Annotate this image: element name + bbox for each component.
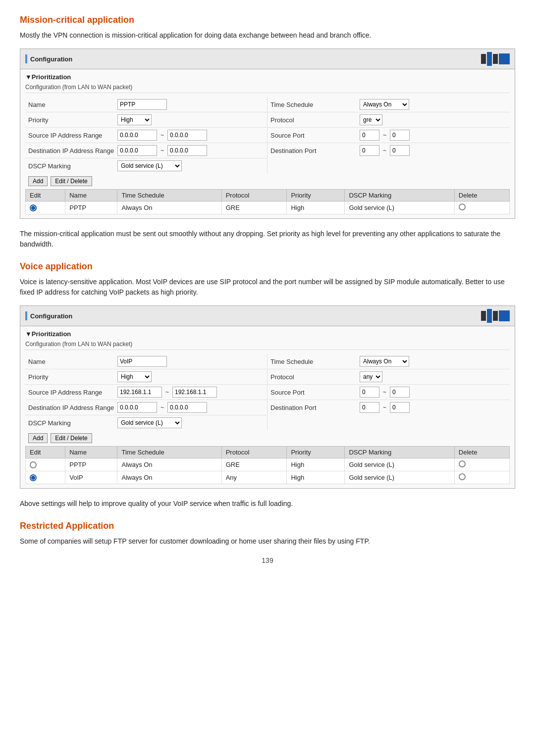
add-button-2[interactable]: Add xyxy=(28,433,48,443)
value-dst-ip-1: ~ xyxy=(117,145,207,156)
select-schedule-2[interactable]: Always On xyxy=(360,356,409,367)
value-protocol-2: anygre xyxy=(360,371,382,382)
form-row-dst-ip-1: Destination IP Address Range ~ xyxy=(25,143,268,158)
mission-critical-config: Configuration ▼Prioritization Configurat… xyxy=(20,49,515,219)
range-sep-6: ~ xyxy=(160,404,164,411)
th-priority-2: Priority xyxy=(287,447,345,458)
input-name-2[interactable] xyxy=(117,356,167,367)
form-row-src-port-2: Source Port ~ xyxy=(268,385,510,400)
input-dst-ip-start-1[interactable] xyxy=(117,145,157,156)
prioritization-label-1: ▼Prioritization xyxy=(25,73,510,81)
mission-critical-desc2: The mission-critical application must be… xyxy=(20,229,515,250)
td-name-voip: VoIP xyxy=(65,471,117,484)
form-row-dscp-1: DSCP Marking Gold service (L) xyxy=(25,158,268,173)
input-src-ip-end-1[interactable] xyxy=(167,130,207,141)
th-delete-2: Delete xyxy=(454,447,509,458)
label-dst-ip-2: Destination IP Address Range xyxy=(28,404,117,411)
input-src-ip-start-2[interactable] xyxy=(117,387,162,398)
logo-bar-6 xyxy=(493,311,498,321)
radio-pptp[interactable] xyxy=(30,461,37,468)
input-src-port-end-2[interactable] xyxy=(390,387,410,398)
range-sep-1: ~ xyxy=(160,132,164,139)
label-dst-ip-1: Destination IP Address Range xyxy=(28,147,117,154)
td-edit-1 xyxy=(26,202,65,214)
input-name-1[interactable] xyxy=(117,99,167,110)
config-header-bar-2 xyxy=(25,311,27,320)
form-grid-2: Name Priority HighMediumLow Source IP Ad… xyxy=(25,354,510,430)
range-sep-4: ~ xyxy=(383,147,386,154)
label-src-port-2: Source Port xyxy=(270,389,360,396)
range-sep-8: ~ xyxy=(383,404,386,411)
value-src-port-1: ~ xyxy=(360,130,410,141)
select-protocol-2[interactable]: anygre xyxy=(360,371,382,382)
input-dst-port-start-1[interactable] xyxy=(360,145,379,156)
table-1: Edit Name Time Schedule Protocol Priorit… xyxy=(25,189,510,214)
select-protocol-1[interactable]: greany xyxy=(360,114,382,125)
th-schedule-2: Time Schedule xyxy=(117,447,221,458)
value-src-port-2: ~ xyxy=(360,387,410,398)
input-dst-ip-end-2[interactable] xyxy=(167,402,207,413)
voice-config: Configuration ▼Prioritization Configurat… xyxy=(20,305,515,489)
value-priority-1: HighMediumLow xyxy=(117,114,152,125)
left-col-1: Name Priority HighMediumLow Source IP Ad… xyxy=(25,97,268,173)
td-edit-voip xyxy=(26,471,65,484)
input-src-ip-end-2[interactable] xyxy=(172,387,217,398)
value-dscp-1: Gold service (L) xyxy=(117,160,182,171)
radio-selected-1[interactable] xyxy=(30,204,37,211)
logo-square-2 xyxy=(499,310,510,321)
voice-desc1: Voice is latency-sensitive application. … xyxy=(20,277,515,298)
select-priority-2[interactable]: HighMediumLow xyxy=(117,371,152,382)
edit-delete-button-1[interactable]: Edit / Delete xyxy=(51,176,92,186)
form-row-dst-port-1: Destination Port ~ xyxy=(268,143,510,158)
config-header-left-1: Configuration xyxy=(25,54,72,63)
range-sep-5: ~ xyxy=(165,389,169,396)
form-row-dst-port-2: Destination Port ~ xyxy=(268,400,510,415)
input-dst-port-start-2[interactable] xyxy=(360,402,379,413)
config-header-left-2: Configuration xyxy=(25,311,72,320)
restricted-desc1: Some of companies will setup FTP server … xyxy=(20,536,515,547)
td-dscp-voip: Gold service (L) xyxy=(345,471,454,484)
delete-circle-1[interactable] xyxy=(459,203,466,210)
delete-circle-pptp[interactable] xyxy=(459,460,466,467)
label-dst-port-2: Destination Port xyxy=(270,404,360,411)
page-number: 139 xyxy=(20,556,515,564)
config-header-bar-1 xyxy=(25,54,27,63)
logo-bar-2 xyxy=(487,52,492,66)
input-dst-ip-start-2[interactable] xyxy=(117,402,157,413)
input-src-port-start-2[interactable] xyxy=(360,387,379,398)
edit-delete-button-2[interactable]: Edit / Delete xyxy=(51,433,92,443)
input-dst-port-end-1[interactable] xyxy=(390,145,410,156)
input-src-port-end-1[interactable] xyxy=(390,130,410,141)
table-2: Edit Name Time Schedule Protocol Priorit… xyxy=(25,446,510,484)
td-delete-pptp xyxy=(454,458,509,471)
th-name-1: Name xyxy=(65,190,117,202)
select-priority-1[interactable]: HighMediumLow xyxy=(117,114,152,125)
range-sep-3: ~ xyxy=(383,132,386,139)
th-protocol-2: Protocol xyxy=(221,447,287,458)
select-dscp-2[interactable]: Gold service (L) xyxy=(117,417,182,428)
value-dscp-2: Gold service (L) xyxy=(117,417,182,428)
add-button-1[interactable]: Add xyxy=(28,176,48,186)
delete-circle-voip[interactable] xyxy=(459,473,466,480)
value-dst-port-1: ~ xyxy=(360,145,410,156)
radio-voip[interactable] xyxy=(30,474,37,481)
select-schedule-1[interactable]: Always On xyxy=(360,99,409,110)
input-dst-ip-end-1[interactable] xyxy=(167,145,207,156)
th-dscp-1: DSCP Marking xyxy=(345,190,454,202)
td-schedule-1: Always On xyxy=(117,202,221,214)
td-priority-1: High xyxy=(287,202,345,214)
logo-square-1 xyxy=(499,53,510,64)
table-row: VoIP Always On Any High Gold service (L) xyxy=(26,471,510,484)
input-src-port-start-1[interactable] xyxy=(360,130,379,141)
th-priority-1: Priority xyxy=(287,190,345,202)
logo-bar-5 xyxy=(487,309,492,323)
value-schedule-2: Always On xyxy=(360,356,409,367)
select-dscp-1[interactable]: Gold service (L) xyxy=(117,160,182,171)
form-row-dscp-2: DSCP Marking Gold service (L) xyxy=(25,415,268,430)
btn-row-2: Add Edit / Delete xyxy=(25,430,510,446)
logo-bar-4 xyxy=(481,311,486,321)
input-src-ip-start-1[interactable] xyxy=(117,130,157,141)
input-dst-port-end-2[interactable] xyxy=(390,402,410,413)
th-dscp-2: DSCP Marking xyxy=(345,447,454,458)
label-name-2: Name xyxy=(28,358,117,365)
